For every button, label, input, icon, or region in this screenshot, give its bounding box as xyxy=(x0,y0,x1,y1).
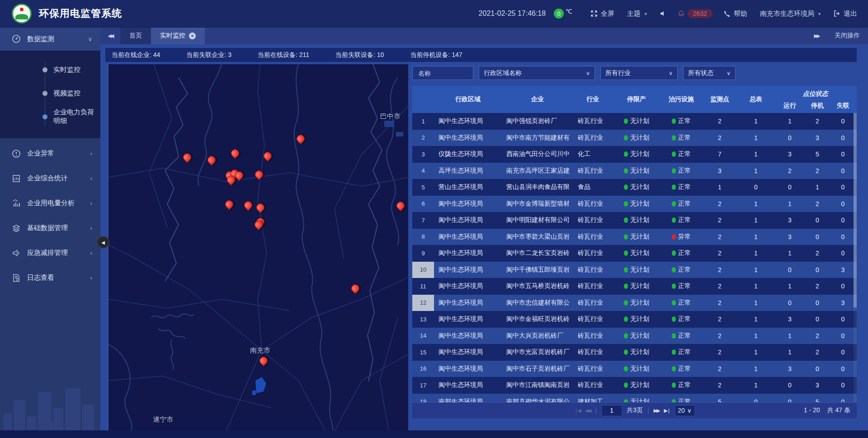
cell-monitor: 2 xyxy=(702,344,738,361)
map-pin-1[interactable] xyxy=(206,154,217,165)
table-row-4[interactable]: 4高坪生态环境局南充市高坪区王家店建砖瓦行业无计划正常31220 xyxy=(412,163,857,179)
sidebar-subitem-0-active[interactable]: 实时监控 xyxy=(0,58,100,81)
name-filter-input[interactable] xyxy=(417,69,468,77)
status-dot-green xyxy=(624,250,628,256)
mute-button[interactable] xyxy=(653,0,673,27)
table-row-12[interactable]: 12阆中生态环境局阆中市忠信建材有限公砖瓦行业无计划正常21003 xyxy=(412,295,857,311)
header-col-1: 企业 xyxy=(502,86,573,113)
top-header: 环保用电监管系统 2021-02-25 17:46:18 0 ℃ 全屏 主题 ▾… xyxy=(0,0,868,27)
map-pin-10[interactable] xyxy=(223,198,235,210)
cell-rownum: 6 xyxy=(412,196,434,212)
tabs-scroll-right-button[interactable]: ▶▶ xyxy=(807,33,826,39)
table-row-16[interactable]: 16阆中生态环境局阆中市石子页岩机砖厂砖瓦行业无计划正常21300 xyxy=(412,361,857,377)
org-menu[interactable]: 南充市生态环境局 ▾ xyxy=(754,0,827,27)
table-row-1[interactable]: 1阆中生态环境局阆中强锐页岩砖厂砖瓦行业无计划正常21120 xyxy=(412,113,857,130)
cell-company: 阆中市枣碧大梁山页岩 xyxy=(502,229,573,245)
map-pin-3[interactable] xyxy=(262,150,274,161)
table-row-9[interactable]: 9阆中生态环境局阆中市二龙长宝页岩砖砖瓦行业无计划正常21120 xyxy=(412,245,857,262)
sidebar-item-6[interactable]: 日志查看‹ xyxy=(0,265,100,290)
plan-text: 无计划 xyxy=(630,332,649,340)
table-row-8[interactable]: 8阆中生态环境局阆中市枣碧大梁山页岩砖瓦行业无计划异常21300 xyxy=(412,229,857,245)
panel-collapse-handle[interactable]: ◀ xyxy=(97,236,109,249)
tab-0[interactable]: 首页 xyxy=(120,27,151,44)
table-row-17[interactable]: 17阆中生态环境局阆中市江南镇阆南页岩砖瓦行业无计划正常21030 xyxy=(412,377,857,394)
sidebar-subitem-2[interactable]: 企业电力负荷明细 xyxy=(0,105,100,128)
table-row-11[interactable]: 11阆中生态环境局阆中市五马桥页岩机砖砖瓦行业无计划正常21120 xyxy=(412,278,857,295)
cell-rownum: 1 xyxy=(412,113,434,130)
table-row-13[interactable]: 13阆中生态环境局阆中市金福旺页岩机砖砖瓦行业无计划正常21300 xyxy=(412,311,857,328)
table-row-10[interactable]: 10阆中生态环境局阆中千佛镇五郎垭页岩砖瓦行业无计划正常21003 xyxy=(412,262,857,278)
industry-filter-select[interactable]: 所有行业 ∨ xyxy=(600,66,678,80)
region-filter-select[interactable]: 行政区域名称 ∨ xyxy=(479,66,595,80)
map-pin-2[interactable] xyxy=(229,147,241,159)
stat-value: 10 xyxy=(377,51,384,58)
map-canvas[interactable]: 巴中市南充市遂宁市 xyxy=(107,64,408,431)
cell-monitor: 2 xyxy=(702,361,738,377)
map-pin-11[interactable] xyxy=(242,200,254,211)
table-row-5[interactable]: 5营山生态环境局营山县润丰肉食品有限食品无计划正常10010 xyxy=(412,179,857,196)
scrollbar-thumb[interactable] xyxy=(854,113,857,307)
table-row-6[interactable]: 6阆中生态环境局阆中市金博瑞新型墙材砖瓦行业无计划正常21120 xyxy=(412,196,857,212)
sidebar-item-label: 企业综合统计 xyxy=(27,174,90,183)
cell-district: 阆中生态环境局 xyxy=(434,212,502,229)
cell-stop: 2 xyxy=(806,113,829,130)
page-number-input[interactable]: 1 xyxy=(601,405,622,416)
map-pin-15[interactable] xyxy=(395,200,406,211)
table-row-3[interactable]: 3仪陇生态环境局西南油气田分公司川中化工无计划正常71350 xyxy=(412,146,857,163)
close-icon[interactable]: × xyxy=(189,33,196,39)
table-row-2[interactable]: 2阆中生态环境局阆中市南方节能建材有砖瓦行业无计划正常21030 xyxy=(412,130,857,146)
cell-stop: 2 xyxy=(806,344,829,361)
map-pin-4[interactable] xyxy=(295,133,307,145)
next-page-button[interactable]: ▶▶ xyxy=(654,408,660,414)
cell-monitor: 2 xyxy=(702,278,738,295)
sidebar-item-1[interactable]: 企业异常‹ xyxy=(0,141,100,166)
cell-total: 1 xyxy=(738,113,774,130)
sidebar-menu: 数据监测∨实时监控视频监控企业电力负荷明细企业异常‹企业综合统计‹企业用电量分析… xyxy=(0,27,100,290)
theme-button[interactable]: 主题 ▾ xyxy=(621,0,653,27)
fullscreen-button[interactable]: 全屏 xyxy=(584,0,621,27)
sidebar-item-5[interactable]: 应急减排管理‹ xyxy=(0,240,100,265)
city-label-2: 遂宁市 xyxy=(153,415,173,424)
cell-rownum: 15 xyxy=(412,344,434,361)
table-row-18[interactable]: 18南部生态环境局南部县砌华水泥有限公建材加工无计划正常50050 xyxy=(412,394,857,403)
tabs-scroll-left-button[interactable]: ◀◀ xyxy=(100,27,120,44)
table-row-14[interactable]: 14阆中生态环境局阆中大兴页岩机砖厂砖瓦行业无计划正常21120 xyxy=(412,328,857,344)
cell-facility-status: 正常 xyxy=(661,278,702,295)
page-size-select[interactable]: 20 ∨ xyxy=(675,405,695,416)
sidebar-subitem-1[interactable]: 视频监控 xyxy=(0,81,100,105)
map-pin-0[interactable] xyxy=(181,151,193,163)
fullscreen-icon xyxy=(590,10,598,17)
sidebar-item-0[interactable]: 数据监测∨ xyxy=(0,27,100,51)
tab-1[interactable]: 实时监控× xyxy=(151,27,205,44)
header-group-label: 点位状态 xyxy=(774,86,857,98)
datetime: 2021-02-25 17:46:18 xyxy=(479,9,554,18)
stat-item-4: 当前停机设备: 147 xyxy=(410,51,462,59)
cell-plan-status: 无计划 xyxy=(612,328,661,344)
cell-plan-status: 无计划 xyxy=(612,113,661,130)
map-pin-12[interactable] xyxy=(255,202,266,213)
table-scrollbar[interactable] xyxy=(854,113,857,402)
table-row-15[interactable]: 15阆中生态环境局阆中市光富页岩机砖厂砖瓦行业无计划正常21120 xyxy=(412,344,857,361)
last-page-button[interactable]: ▶❘ xyxy=(664,408,670,414)
sidebar-item-2[interactable]: 企业综合统计‹ xyxy=(0,166,100,191)
sidebar-item-4[interactable]: 基础数据管理‹ xyxy=(0,216,100,240)
status-filter-select[interactable]: 所有状态 ∨ xyxy=(683,66,736,80)
map-pin-16[interactable] xyxy=(349,283,361,294)
table-row-7[interactable]: 7阆中生态环境局阆中明阳建材有限公司砖瓦行业无计划正常21300 xyxy=(412,212,857,229)
first-page-button[interactable]: ❘◀ xyxy=(574,408,580,414)
status-dot-green xyxy=(672,184,676,190)
chevron-collapsed-icon: ‹ xyxy=(90,250,92,256)
pagination-bar: ❘◀ ◀◀ | 1 共3页 | ▶▶ ▶❘ 20 ∨ 1 - 20 共 47 条 xyxy=(412,402,857,418)
help-button[interactable]: 帮助 xyxy=(717,0,754,27)
cell-total: 1 xyxy=(738,245,774,262)
total-pages-label: 共3页 xyxy=(627,406,643,414)
sidebar-item-3[interactable]: 企业用电量分析‹ xyxy=(0,191,100,216)
notifications-button[interactable]: 2632 xyxy=(673,9,717,18)
map-pin-9[interactable] xyxy=(253,169,264,180)
map-pin-17[interactable] xyxy=(258,355,269,366)
logout-button[interactable]: 退出 xyxy=(827,0,868,27)
status-dot-green xyxy=(672,382,676,388)
phone-icon xyxy=(723,10,731,17)
close-operations-button[interactable]: 关闭操作 xyxy=(826,32,868,40)
prev-page-button[interactable]: ◀◀ xyxy=(585,408,591,414)
